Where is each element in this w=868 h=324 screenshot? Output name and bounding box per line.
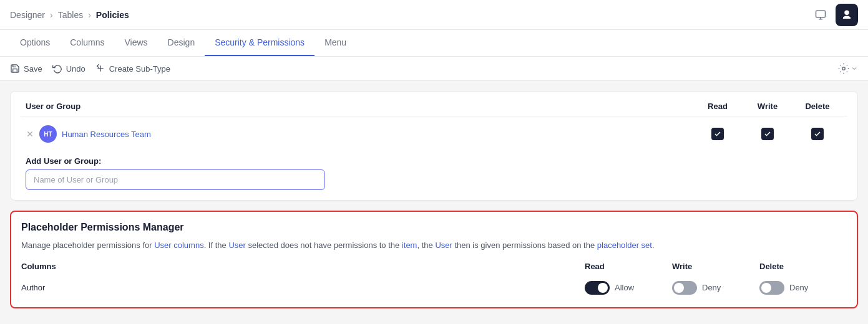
breadcrumb-tables[interactable]: Tables — [58, 10, 83, 20]
add-user-section: Add User or Group: — [21, 151, 847, 190]
main-content: User or Group Read Write Delete HT Human… — [0, 81, 868, 318]
perm-col-delete: Delete — [759, 262, 847, 271]
perm-col-read: Read — [585, 262, 672, 271]
delete-toggle-cell: Deny — [759, 281, 847, 295]
user-name: Human Resources Team — [62, 130, 151, 139]
read-toggle-knob — [598, 283, 608, 293]
header-icons — [811, 4, 858, 26]
remove-user-button[interactable] — [26, 130, 34, 138]
avatar: HT — [39, 125, 57, 143]
col-delete: Delete — [792, 102, 842, 111]
read-checkbox[interactable] — [711, 128, 724, 140]
save-button[interactable]: Save — [10, 64, 42, 74]
col-user-or-group: User or Group — [26, 102, 693, 111]
tab-menu[interactable]: Menu — [315, 30, 356, 56]
perm-col-columns: Columns — [21, 262, 585, 271]
svg-rect-0 — [816, 11, 826, 17]
col-write: Write — [743, 102, 792, 111]
header: Designer › Tables › Policies — [0, 0, 868, 30]
permissions-table-header: Columns Read Write Delete — [21, 262, 847, 276]
undo-button[interactable]: Undo — [52, 64, 85, 74]
perm-column-name: Author — [21, 283, 585, 292]
highlight-item: item — [402, 241, 417, 250]
tab-design[interactable]: Design — [158, 30, 205, 56]
gear-dropdown[interactable] — [838, 63, 858, 74]
permissions-row: Author Allow Deny Deny — [21, 279, 847, 297]
add-user-label: Add User or Group: — [26, 156, 842, 166]
delete-toggle-knob — [761, 283, 771, 293]
highlight-placeholder-set: placeholder set — [597, 241, 652, 250]
user-avatar-button[interactable] — [836, 4, 858, 26]
toolbar-left: Save Undo Create Sub-Type — [10, 64, 170, 74]
breadcrumb-sep-1: › — [50, 10, 53, 20]
security-card: User or Group Read Write Delete HT Human… — [10, 91, 858, 201]
write-toggle-knob — [674, 283, 684, 293]
delete-toggle[interactable] — [759, 281, 784, 295]
undo-label: Undo — [66, 64, 85, 74]
permissions-manager-desc: Manage placeholder permissions for User … — [21, 239, 847, 252]
delete-checkbox-cell — [792, 128, 842, 140]
add-user-input[interactable] — [26, 169, 325, 190]
tab-columns[interactable]: Columns — [60, 30, 114, 56]
highlight-user-columns: User columns — [154, 241, 203, 250]
save-label: Save — [24, 64, 42, 74]
read-checkbox-cell — [693, 128, 743, 140]
write-checkbox-cell — [743, 128, 792, 140]
write-toggle[interactable] — [672, 281, 697, 295]
highlight-user2: User — [435, 241, 452, 250]
tab-views[interactable]: Views — [115, 30, 158, 56]
breadcrumb-designer[interactable]: Designer — [10, 10, 45, 20]
perm-col-write: Write — [672, 262, 759, 271]
write-checkbox[interactable] — [761, 128, 774, 140]
breadcrumb: Designer › Tables › Policies — [10, 10, 129, 20]
write-toggle-cell: Deny — [672, 281, 759, 295]
tab-options[interactable]: Options — [10, 30, 60, 56]
permissions-manager-card: Placeholder Permissions Manager Manage p… — [10, 211, 858, 308]
toolbar: Save Undo Create Sub-Type — [0, 57, 868, 81]
permissions-manager-title: Placeholder Permissions Manager — [21, 222, 847, 233]
read-toggle[interactable] — [585, 281, 610, 295]
col-read: Read — [693, 102, 743, 111]
security-row: HT Human Resources Team — [21, 122, 847, 146]
read-toggle-label: Allow — [615, 283, 634, 292]
breadcrumb-sep-2: › — [88, 10, 91, 20]
delete-toggle-label: Deny — [789, 283, 808, 292]
delete-checkbox[interactable] — [811, 128, 824, 140]
toolbar-right — [838, 63, 858, 74]
monitor-icon-button[interactable] — [811, 5, 831, 25]
svg-point-5 — [842, 67, 846, 70]
breadcrumb-policies: Policies — [96, 10, 129, 20]
create-sub-type-label: Create Sub-Type — [109, 64, 170, 74]
security-table-header: User or Group Read Write Delete — [21, 102, 847, 117]
read-toggle-cell: Allow — [585, 281, 672, 295]
highlight-user: User — [228, 241, 245, 250]
tabs-bar: Options Columns Views Design Security & … — [0, 30, 868, 57]
write-toggle-label: Deny — [702, 283, 721, 292]
create-sub-type-button[interactable]: Create Sub-Type — [95, 64, 170, 74]
user-cell: HT Human Resources Team — [26, 125, 693, 143]
tab-security-permissions[interactable]: Security & Permissions — [205, 30, 315, 56]
